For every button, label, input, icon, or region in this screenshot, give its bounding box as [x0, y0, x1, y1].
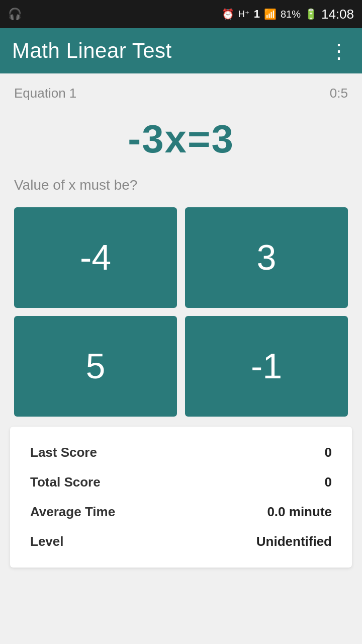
total-score-row: Total Score 0: [30, 474, 332, 490]
main-content: Equation 1 0:5 -3x=3 Value of x must be?…: [0, 73, 362, 568]
equation-label: Equation 1: [14, 86, 76, 101]
last-score-row: Last Score 0: [30, 445, 332, 460]
answer-grid: -4 3 5 -1: [0, 207, 362, 417]
score-card: Last Score 0 Total Score 0 Average Time …: [10, 427, 352, 568]
question-label: Value of x must be?: [0, 177, 362, 207]
headphone-icon: 🎧: [8, 8, 22, 21]
equation-display: -3x=3: [0, 106, 362, 177]
status-right: ⏰ H⁺ 1 📶 81% 🔋 14:08: [222, 7, 354, 22]
sim-icon: 1: [254, 8, 260, 21]
status-left: 🎧: [8, 8, 22, 21]
answer-value-3: -1: [251, 346, 282, 386]
status-bar: 🎧 ⏰ H⁺ 1 📶 81% 🔋 14:08: [0, 0, 362, 28]
answer-value-2: 5: [86, 346, 106, 386]
answer-button-1[interactable]: 3: [185, 207, 348, 308]
battery-percent: 81%: [281, 9, 301, 20]
average-time-value: 0.0 minute: [267, 504, 332, 520]
answer-value-0: -4: [80, 237, 111, 278]
alarm-icon: ⏰: [222, 8, 234, 20]
answer-button-2[interactable]: 5: [14, 316, 177, 417]
more-vert-icon[interactable]: ⋮: [329, 41, 350, 61]
answer-button-0[interactable]: -4: [14, 207, 177, 308]
total-score-label: Total Score: [30, 474, 101, 490]
level-row: Level Unidentified: [30, 534, 332, 549]
total-score-value: 0: [325, 474, 332, 490]
answer-button-3[interactable]: -1: [185, 316, 348, 417]
level-value: Unidentified: [256, 534, 332, 549]
app-bar: Math Linear Test ⋮: [0, 28, 362, 73]
last-score-label: Last Score: [30, 445, 97, 460]
network-icon: H⁺: [238, 9, 250, 20]
signal-icon: 📶: [264, 8, 277, 20]
app-title: Math Linear Test: [12, 39, 172, 63]
battery-icon: 🔋: [305, 8, 317, 20]
clock: 14:08: [321, 7, 354, 22]
equation-header: Equation 1 0:5: [0, 73, 362, 106]
average-time-label: Average Time: [30, 504, 115, 520]
level-label: Level: [30, 534, 64, 549]
last-score-value: 0: [325, 445, 332, 460]
answer-value-1: 3: [257, 237, 277, 278]
equation-text: -3x=3: [128, 117, 234, 161]
timer: 0:5: [330, 86, 348, 101]
average-time-row: Average Time 0.0 minute: [30, 504, 332, 520]
